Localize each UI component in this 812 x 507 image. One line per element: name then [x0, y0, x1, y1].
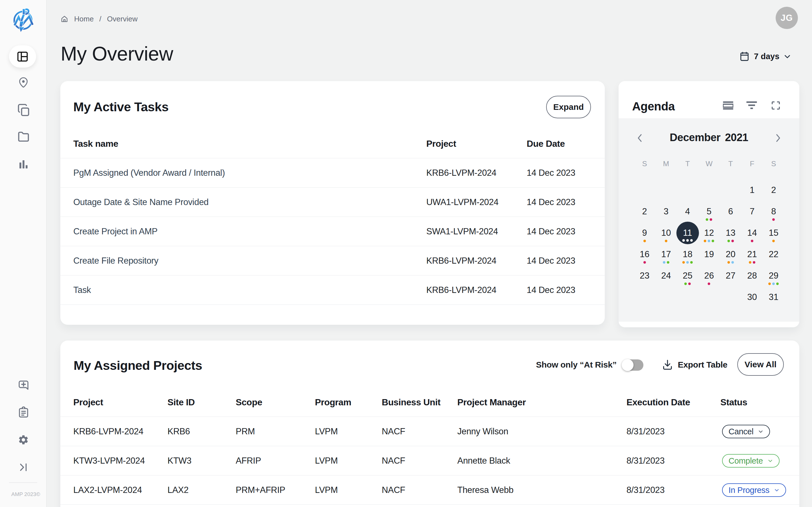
calendar-day-number: 7 — [741, 205, 763, 218]
calendar-day-number: 25 — [677, 270, 698, 282]
calendar-day-dots — [677, 239, 698, 242]
breadcrumb: Home / Overview — [61, 15, 138, 23]
calendar-day[interactable]: 25 — [677, 265, 698, 286]
sidebar-item-locations[interactable] — [0, 77, 47, 89]
project-program: LVPM — [315, 475, 338, 505]
status-dropdown[interactable]: In Progress — [722, 483, 786, 497]
task-row[interactable]: PgM Assigned (Vendor Award / Internal) K… — [60, 158, 605, 187]
calendar-day[interactable]: 3 — [655, 201, 677, 222]
project-row[interactable]: KTW3-LVPM-2024 KTW3 AFRIP LVPM NACF Anne… — [60, 446, 799, 475]
active-tasks-title: My Active Tasks — [73, 100, 168, 114]
agenda-list-view-icon[interactable] — [723, 101, 733, 110]
project-row[interactable]: KRB6-LVPM-2024 KRB6 PRM LVPM NACF Jenny … — [60, 417, 799, 446]
sidebar-item-add-comment[interactable] — [0, 380, 47, 391]
calendar-day[interactable]: 2 — [763, 179, 784, 201]
calendar-day[interactable] — [720, 286, 741, 308]
calendar-day[interactable]: 23 — [634, 265, 655, 286]
calendar-day[interactable]: 26 — [698, 265, 720, 286]
avatar[interactable]: JG — [776, 7, 798, 29]
calendar-day[interactable]: 5 — [698, 201, 720, 222]
task-due-date: 14 Dec 2023 — [527, 158, 575, 187]
calendar-day[interactable]: 13 — [720, 222, 741, 244]
calendar-day[interactable]: 19 — [698, 244, 720, 265]
calendar-day[interactable]: 12 — [698, 222, 720, 244]
status-dropdown[interactable]: Complete — [722, 454, 779, 467]
fullscreen-icon[interactable] — [772, 101, 780, 110]
task-name: Task — [73, 276, 91, 305]
calendar-day-dots — [655, 261, 677, 264]
export-table-button[interactable]: Export Table — [663, 359, 727, 371]
calendar-day[interactable]: 7 — [741, 201, 763, 222]
calendar-day[interactable] — [634, 286, 655, 308]
status-dropdown[interactable]: Cancel — [722, 425, 770, 438]
calendar-day[interactable] — [677, 286, 698, 308]
gear-icon — [18, 434, 29, 446]
calendar-day-number: 21 — [741, 248, 763, 261]
calendar-day[interactable] — [634, 179, 655, 201]
calendar-day[interactable] — [655, 286, 677, 308]
calendar-day[interactable]: 20 — [720, 244, 741, 265]
sidebar-item-reports[interactable] — [0, 160, 47, 168]
calendar-day[interactable] — [720, 179, 741, 201]
calendar-day[interactable]: 27 — [720, 265, 741, 286]
calendar-day[interactable]: 11 — [677, 222, 698, 244]
sidebar-item-tasks[interactable] — [0, 406, 47, 418]
tasks-header-row: Task name Project Due Date — [60, 129, 605, 158]
calendar-day[interactable]: 1 — [741, 179, 763, 201]
project-bu: NACF — [382, 475, 405, 505]
task-row[interactable]: Outage Date & Site Name Provided UWA1-LV… — [60, 187, 605, 217]
task-row[interactable]: Create Project in AMP SWA1-LVPM-2024 14 … — [60, 217, 605, 246]
calendar-day[interactable]: 9 — [634, 222, 655, 244]
calendar-day[interactable]: 18 — [677, 244, 698, 265]
view-all-button[interactable]: View All — [737, 353, 784, 376]
calendar-day[interactable]: 8 — [763, 201, 784, 222]
calendar-day[interactable] — [655, 179, 677, 201]
calendar-day[interactable]: 4 — [677, 201, 698, 222]
calendar-day[interactable]: 22 — [763, 244, 784, 265]
sidebar-item-dashboard[interactable] — [9, 45, 36, 68]
project-site: KRB6 — [167, 417, 190, 446]
calendar-icon — [740, 52, 749, 61]
calendar-day-number: 6 — [720, 205, 741, 218]
sidebar-item-collapse[interactable] — [0, 463, 47, 471]
chevron-down-icon — [783, 53, 791, 60]
task-row[interactable]: Task KRB6-LVPM-2024 14 Dec 2023 — [60, 276, 605, 305]
calendar-day-number: 14 — [741, 227, 763, 239]
calendar-next-icon[interactable] — [771, 131, 784, 145]
calendar-day[interactable]: 30 — [741, 286, 763, 308]
risk-toggle[interactable] — [622, 359, 644, 371]
calendar-day[interactable]: 14 — [741, 222, 763, 244]
expand-button[interactable]: Expand — [546, 96, 591, 118]
weekday-label: S — [763, 159, 784, 168]
calendar-day[interactable] — [677, 179, 698, 201]
clipboard-icon — [18, 406, 29, 418]
breadcrumb-home[interactable]: Home — [74, 15, 94, 23]
calendar-day[interactable]: 6 — [720, 201, 741, 222]
project-row[interactable]: LAX2-LVPM-2024 LAX2 PRM+AFRIP LVPM NACF … — [60, 475, 799, 505]
calendar-day[interactable]: 31 — [763, 286, 784, 308]
range-picker[interactable]: 7 days — [740, 50, 791, 62]
calendar-day[interactable]: 24 — [655, 265, 677, 286]
task-row[interactable]: Create File Repository KRB6-LVPM-2024 14… — [60, 246, 605, 276]
calendar-day[interactable]: 17 — [655, 244, 677, 265]
calendar-day[interactable]: 29 — [763, 265, 784, 286]
calendar-day[interactable] — [698, 286, 720, 308]
home-icon[interactable] — [61, 15, 68, 22]
calendar-day[interactable]: 21 — [741, 244, 763, 265]
calendar-day-number: 8 — [763, 205, 784, 218]
calendar-day-number: 29 — [763, 270, 784, 282]
sidebar-item-documents[interactable] — [0, 104, 47, 116]
sidebar-item-projects[interactable] — [0, 131, 47, 142]
weekday-label: T — [677, 159, 698, 168]
calendar-day[interactable]: 16 — [634, 244, 655, 265]
calendar-day[interactable]: 2 — [634, 201, 655, 222]
projects-col-status: Status — [720, 388, 747, 417]
sidebar-item-settings[interactable] — [0, 434, 47, 446]
projects-col-project: Project — [73, 388, 103, 417]
calendar-day[interactable] — [698, 179, 720, 201]
filter-icon[interactable] — [746, 101, 757, 109]
calendar-day[interactable]: 15 — [763, 222, 784, 244]
calendar-day-number: 10 — [655, 227, 677, 239]
calendar-day[interactable]: 10 — [655, 222, 677, 244]
calendar-day[interactable]: 28 — [741, 265, 763, 286]
